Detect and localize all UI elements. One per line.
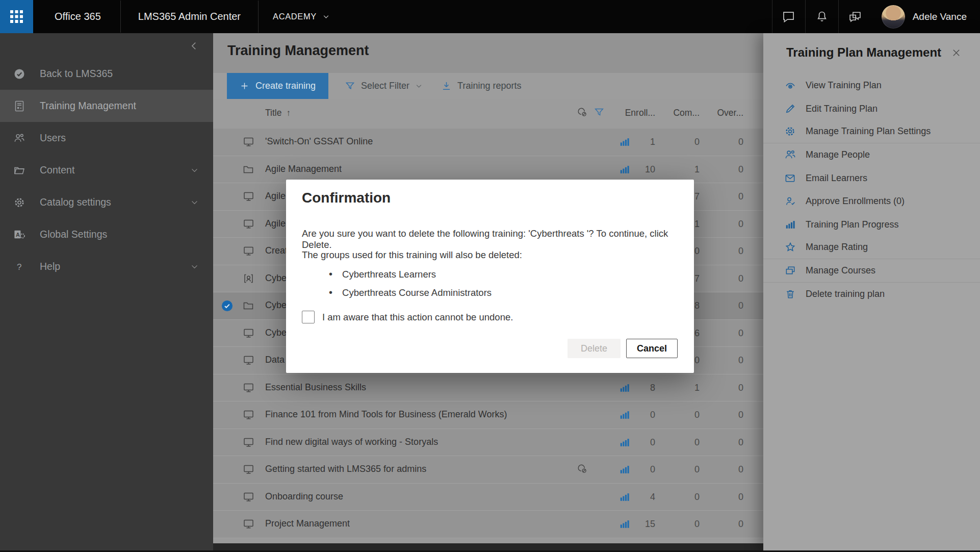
panel-item-manage-courses[interactable]: Manage Courses bbox=[763, 259, 980, 282]
confirm-checkbox-label[interactable]: I am aware that this action cannot be un… bbox=[322, 312, 513, 323]
elearning-monitor-icon bbox=[242, 518, 255, 530]
training-title[interactable]: Getting started with LMS365 for admins bbox=[265, 464, 426, 474]
notifications-button[interactable] bbox=[805, 0, 838, 33]
table-row[interactable]: 'Switch-On' GSSAT Online 1 0 0 bbox=[213, 129, 763, 156]
column-completed[interactable]: Com... bbox=[673, 108, 700, 118]
panel-item-training-plan-progress[interactable]: Training Plan Progress bbox=[763, 213, 980, 236]
column-title[interactable]: Title ↑ bbox=[265, 108, 291, 118]
progress-chart-icon[interactable] bbox=[619, 409, 630, 420]
chat-button[interactable] bbox=[772, 0, 805, 33]
training-title[interactable]: Agile Management bbox=[265, 164, 342, 174]
progress-chart-icon[interactable] bbox=[619, 164, 630, 175]
sidebar-item-users[interactable]: Users bbox=[0, 122, 213, 154]
panel-item-label: Manage People bbox=[806, 149, 870, 160]
overdue-count: 0 bbox=[738, 383, 743, 393]
select-filter-dropdown[interactable]: Select Filter bbox=[345, 73, 423, 99]
user-menu[interactable]: Adele Vance bbox=[871, 0, 980, 33]
bar-chart-icon bbox=[784, 219, 796, 230]
sidebar-item-content[interactable]: Content bbox=[0, 154, 213, 186]
chevron-down-icon bbox=[322, 13, 330, 20]
table-row[interactable]: Essential Business Skills 8 1 0 bbox=[213, 374, 763, 402]
chevron-down-icon bbox=[415, 82, 423, 90]
close-icon bbox=[951, 47, 962, 58]
confirmation-dialog: Confirmation Are you sure you want to de… bbox=[286, 180, 694, 373]
panel-item-edit-training-plan[interactable]: Edit Training Plan bbox=[763, 97, 980, 120]
overdue-count: 0 bbox=[738, 328, 743, 339]
group-list-item: • Cyberthreats Course Administrators bbox=[329, 287, 492, 298]
table-row[interactable]: Find new digital ways of working - Story… bbox=[213, 429, 763, 457]
training-title[interactable]: Find new digital ways of working - Story… bbox=[265, 437, 438, 447]
panel-item-email-learners[interactable]: Email Learners bbox=[763, 167, 980, 190]
overdue-count: 0 bbox=[738, 300, 743, 311]
progress-chart-icon[interactable] bbox=[619, 382, 630, 393]
completed-count: 7 bbox=[694, 191, 700, 202]
sidebar-item-back-to-lms365[interactable]: Back to LMS365 bbox=[0, 58, 213, 90]
horizontal-scrollbar[interactable] bbox=[213, 543, 763, 550]
selected-check-icon[interactable] bbox=[221, 300, 233, 312]
chevron-down-icon[interactable] bbox=[190, 166, 199, 174]
panel-item-manage-training-plan-settings[interactable]: Manage Training Plan Settings bbox=[763, 120, 980, 143]
enrolled-count: 4 bbox=[650, 492, 655, 503]
create-training-label: Create training bbox=[255, 81, 316, 91]
tenant-dropdown[interactable]: ACADEMY bbox=[259, 0, 344, 33]
table-row[interactable]: Agile Management 10 1 0 bbox=[213, 156, 763, 184]
enrolled-count: 0 bbox=[650, 410, 655, 420]
feedback-button[interactable] bbox=[838, 0, 871, 33]
close-panel-button[interactable] bbox=[951, 47, 962, 58]
column-overdue[interactable]: Over... bbox=[717, 108, 743, 118]
sidebar-item-catalog-settings[interactable]: Catalog settings bbox=[0, 186, 213, 218]
overdue-count: 0 bbox=[738, 492, 743, 503]
table-row[interactable]: Onboarding course 4 0 0 bbox=[213, 484, 763, 511]
overdue-count: 0 bbox=[738, 273, 743, 284]
sidebar-collapse-button[interactable] bbox=[189, 40, 200, 52]
confirm-checkbox-row[interactable]: I am aware that this action cannot be un… bbox=[302, 311, 513, 323]
panel-item-approve-enrollments[interactable]: Approve Enrollments (0) bbox=[763, 190, 980, 213]
progress-chart-icon[interactable] bbox=[619, 437, 630, 448]
page-header: Training Management bbox=[213, 33, 763, 73]
training-title[interactable]: Essential Business Skills bbox=[265, 382, 366, 393]
training-title[interactable]: Onboarding course bbox=[265, 491, 343, 502]
panel-item-delete-training-plan[interactable]: Delete training plan bbox=[763, 283, 980, 306]
create-training-button[interactable]: Create training bbox=[227, 73, 328, 99]
admin-center-title[interactable]: LMS365 Admin Center bbox=[121, 0, 258, 33]
column-enrolled[interactable]: Enroll... bbox=[625, 108, 655, 118]
panel-item-manage-rating[interactable]: Manage Rating bbox=[763, 236, 980, 259]
delete-button[interactable]: Delete bbox=[568, 339, 621, 358]
tenant-label: ACADEMY bbox=[273, 12, 317, 21]
sidebar-item-global-settings[interactable]: A Global Settings bbox=[0, 218, 213, 250]
panel-item-view-training-plan[interactable]: View Training Plan bbox=[763, 74, 980, 97]
training-title[interactable]: 'Switch-On' GSSAT Online bbox=[265, 136, 373, 147]
cancel-button[interactable]: Cancel bbox=[626, 339, 678, 358]
confirm-checkbox[interactable] bbox=[302, 311, 315, 323]
completed-count: 1 bbox=[694, 383, 700, 393]
sidebar-item-label: Catalog settings bbox=[40, 196, 111, 208]
sort-ascending-icon: ↑ bbox=[286, 108, 291, 118]
chevron-down-icon[interactable] bbox=[190, 198, 199, 207]
svg-text:A: A bbox=[16, 231, 20, 237]
progress-chart-icon[interactable] bbox=[619, 464, 630, 475]
training-title[interactable]: Finance 101 from Mind Tools for Business… bbox=[265, 409, 507, 420]
column-filter-icon[interactable] bbox=[594, 107, 605, 118]
table-row[interactable]: Getting started with LMS365 for admins 0… bbox=[213, 456, 763, 484]
table-row[interactable]: Project Management 15 0 0 bbox=[213, 511, 763, 538]
elearning-monitor-icon bbox=[242, 218, 255, 230]
sidebar-item-training-management[interactable]: Training Management bbox=[0, 90, 213, 122]
app-launcher-button[interactable] bbox=[0, 0, 33, 33]
progress-chart-icon[interactable] bbox=[619, 518, 630, 530]
office365-brand[interactable]: Office 365 bbox=[33, 0, 120, 33]
progress-chart-icon[interactable] bbox=[619, 136, 630, 147]
chevron-down-icon[interactable] bbox=[190, 262, 199, 271]
catalog-unpublished-filter-icon[interactable] bbox=[576, 107, 588, 118]
sidebar-item-help[interactable]: ? Help bbox=[0, 250, 213, 283]
training-reports-button[interactable]: Training reports bbox=[441, 73, 521, 99]
completed-count: 0 bbox=[694, 464, 700, 475]
elearning-monitor-icon bbox=[242, 382, 255, 394]
download-icon bbox=[441, 81, 452, 91]
training-title[interactable]: Project Management bbox=[265, 518, 350, 529]
progress-chart-icon[interactable] bbox=[619, 491, 630, 503]
training-title[interactable]: Agile bbox=[265, 191, 286, 202]
panel-item-manage-people[interactable]: Manage People bbox=[763, 143, 980, 166]
overdue-count: 0 bbox=[738, 219, 743, 230]
training-reports-label: Training reports bbox=[457, 81, 521, 91]
table-row[interactable]: Finance 101 from Mind Tools for Business… bbox=[213, 402, 763, 429]
